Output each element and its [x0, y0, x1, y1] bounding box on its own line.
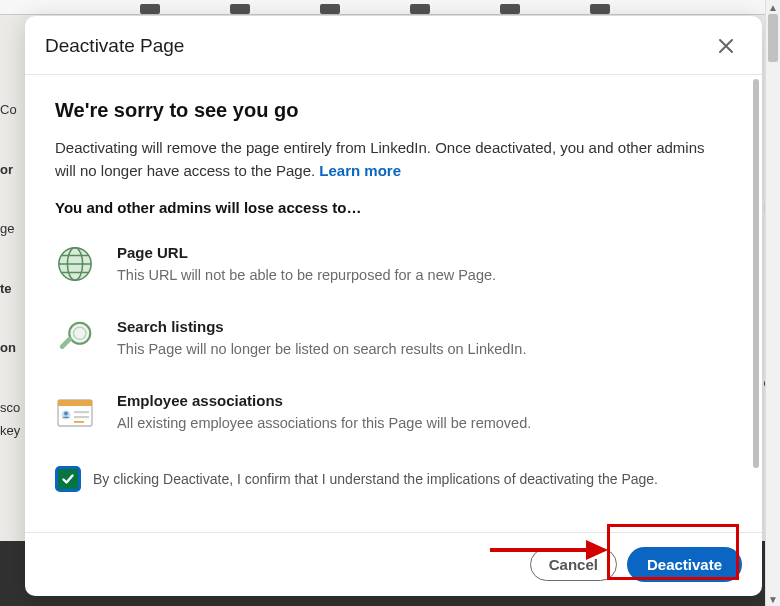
deactivate-description: Deactivating will remove the page entire… [55, 136, 720, 183]
svg-rect-9 [74, 411, 89, 413]
lose-item-search: Search listings This Page will no longer… [55, 318, 720, 358]
sorry-heading: We're sorry to see you go [55, 99, 720, 122]
item-desc: All existing employee associations for t… [117, 415, 531, 431]
item-desc: This Page will no longer be listed on se… [117, 341, 526, 357]
confirm-row: By clicking Deactivate, I confirm that I… [55, 466, 720, 492]
close-button[interactable] [712, 32, 740, 60]
modal-header: Deactivate Page [25, 16, 762, 75]
svg-point-2 [69, 322, 90, 343]
confirm-checkbox[interactable] [55, 466, 81, 492]
svg-point-8 [64, 411, 68, 415]
item-title: Search listings [117, 318, 526, 335]
modal-scrollbar[interactable] [750, 75, 762, 532]
lose-access-heading: You and other admins will lose access to… [55, 199, 720, 216]
modal-title: Deactivate Page [45, 35, 184, 57]
svg-rect-4 [59, 335, 73, 349]
modal-scroll-thumb[interactable] [753, 79, 759, 468]
modal-footer: Cancel Deactivate [25, 532, 762, 596]
item-title: Page URL [117, 244, 496, 261]
svg-rect-10 [74, 416, 89, 418]
page-scroll-thumb[interactable] [768, 14, 778, 62]
globe-icon [55, 244, 95, 284]
check-icon [61, 472, 75, 486]
scroll-up-icon[interactable]: ▲ [766, 0, 780, 14]
item-desc: This URL will not be able to be repurpos… [117, 267, 496, 283]
deactivate-button[interactable]: Deactivate [627, 547, 742, 582]
modal-body: We're sorry to see you go Deactivating w… [25, 75, 750, 532]
svg-rect-11 [74, 421, 84, 423]
deactivate-modal: Deactivate Page We're sorry to see you g… [25, 16, 762, 596]
lose-item-page-url: Page URL This URL will not be able to be… [55, 244, 720, 284]
scroll-down-icon[interactable]: ▼ [766, 592, 780, 606]
learn-more-link[interactable]: Learn more [319, 162, 401, 179]
page-scrollbar[interactable]: ▲ ▼ [765, 0, 780, 606]
svg-rect-6 [58, 400, 92, 406]
cancel-button[interactable]: Cancel [530, 548, 617, 581]
magnifier-icon [55, 318, 95, 358]
id-card-icon [55, 392, 95, 432]
close-icon [717, 37, 735, 55]
confirm-text: By clicking Deactivate, I confirm that I… [93, 471, 658, 487]
lose-item-employee: Employee associations All existing emplo… [55, 392, 720, 432]
item-title: Employee associations [117, 392, 531, 409]
